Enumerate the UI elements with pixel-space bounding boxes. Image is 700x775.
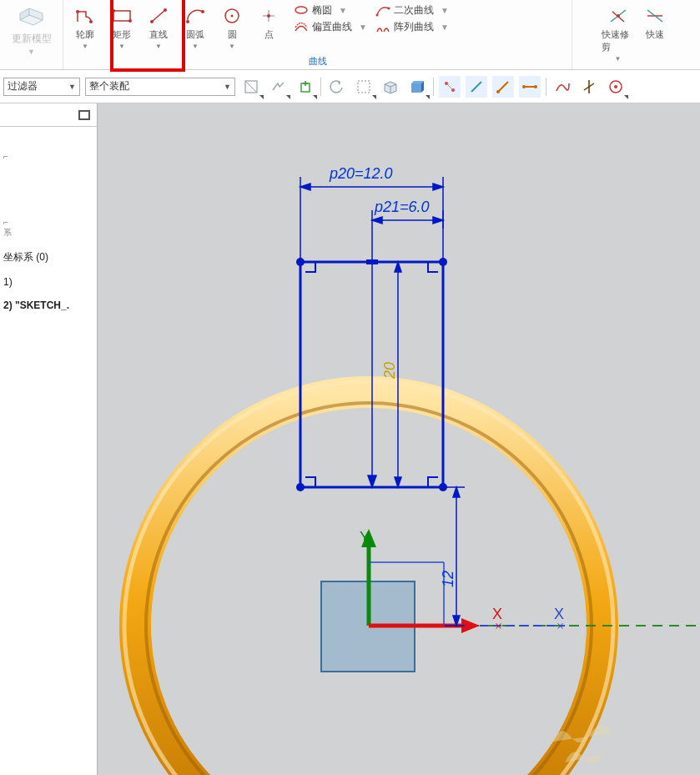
update-model-button[interactable]: 更新模型 ▼ <box>12 0 52 56</box>
svg-point-0 <box>76 10 79 13</box>
ellipse-icon <box>294 3 309 18</box>
dim-p21-text[interactable]: p21=6.0 <box>375 199 430 216</box>
tool-cube[interactable] <box>406 76 428 98</box>
circle-icon <box>219 5 244 27</box>
tool-constraint-3[interactable] <box>492 76 514 98</box>
profile-button[interactable]: 轮廓 ▼ <box>68 3 102 50</box>
tool-curve-ic[interactable] <box>551 76 573 98</box>
assembly-select[interactable]: 整个装配 ▼ <box>85 78 235 96</box>
svg-marker-70 <box>368 476 376 487</box>
svg-marker-63 <box>300 184 310 190</box>
pattern-curve-button[interactable]: 阵列曲线 ▼ <box>375 18 449 35</box>
ribbon: 更新模型 ▼ 轮廓 ▼ 矩形 ▼ <box>0 0 700 70</box>
dim-offset-text[interactable]: 12 <box>440 571 457 587</box>
svg-marker-73 <box>395 477 401 487</box>
profile-label: 轮廓 <box>76 28 94 41</box>
svg-point-15 <box>295 7 307 13</box>
tool-undo[interactable] <box>326 76 348 98</box>
tool-1[interactable] <box>240 76 262 98</box>
line-label: 直线 <box>149 28 168 41</box>
tool-2[interactable] <box>267 76 289 98</box>
y-axis-label: Y <box>360 529 370 546</box>
svg-point-6 <box>150 20 154 23</box>
tool-add[interactable] <box>294 76 315 98</box>
ellipse-button[interactable]: 椭圆 ▼ <box>294 2 367 18</box>
arc-label: 圆弧 <box>186 28 204 41</box>
tool-constraint-1[interactable] <box>439 76 461 98</box>
svg-point-1 <box>89 20 93 23</box>
dim-height-text[interactable]: 20 <box>381 362 399 379</box>
svg-point-35 <box>496 90 500 93</box>
quick-more-button[interactable]: 快速 <box>638 3 672 41</box>
svg-point-14 <box>267 14 270 18</box>
nav-item-2[interactable]: 2) "SKETCH_. <box>3 299 93 311</box>
svg-point-3 <box>112 9 115 13</box>
pattern-curve-icon <box>375 19 390 34</box>
quick-trim-button[interactable]: 快速修剪 ▼ <box>602 3 635 63</box>
quick-more-icon <box>642 5 667 27</box>
tool-box[interactable] <box>380 76 401 98</box>
svg-point-9 <box>201 10 204 13</box>
point-icon <box>256 5 281 27</box>
nav-item-1[interactable]: 1) <box>3 276 93 288</box>
filter-select[interactable]: 过滤器 ▼ <box>3 78 80 96</box>
filter-select-label: 过滤器 <box>8 79 38 93</box>
arc-button[interactable]: 圆弧 ▼ <box>179 3 212 50</box>
tool-target-ic[interactable] <box>605 76 627 98</box>
svg-point-8 <box>186 20 189 23</box>
dim-p20-text[interactable]: p20=12.0 <box>330 165 393 183</box>
graphics-canvas[interactable]: × × <box>98 103 700 775</box>
svg-marker-69 <box>433 217 443 224</box>
svg-point-20 <box>617 14 620 18</box>
svg-rect-2 <box>113 11 130 21</box>
secondary-toolbar: 过滤器 ▼ 整个装配 ▼ <box>0 70 700 103</box>
tool-select-rect[interactable] <box>353 76 375 98</box>
window-icon[interactable] <box>78 110 90 120</box>
svg-line-32 <box>446 83 453 90</box>
point-button[interactable]: 点 <box>252 3 285 41</box>
svg-marker-77 <box>453 487 460 497</box>
svg-point-57 <box>296 483 305 491</box>
circle-button[interactable]: 圆 ▼ <box>215 3 249 50</box>
nav-coord[interactable]: 坐标系 (0) <box>3 250 93 264</box>
dimension-p21[interactable] <box>368 210 443 487</box>
pattern-curve-label: 阵列曲线 <box>394 20 434 34</box>
conic-button[interactable]: 二次曲线 ▼ <box>375 2 449 18</box>
svg-point-7 <box>164 8 167 12</box>
svg-point-11 <box>231 15 234 18</box>
line-button[interactable]: 直线 ▼ <box>142 3 175 50</box>
navigator-header <box>0 103 97 127</box>
tool-axis-ic[interactable] <box>578 76 600 98</box>
svg-line-34 <box>498 82 508 92</box>
svg-point-38 <box>534 85 537 88</box>
nav-placeholder-1[interactable]: ⌐ <box>3 152 93 161</box>
svg-marker-64 <box>433 184 443 190</box>
tool-constraint-4[interactable] <box>519 76 541 98</box>
profile-icon <box>73 5 98 27</box>
quick-trim-icon <box>606 5 631 27</box>
svg-point-16 <box>375 14 378 17</box>
quick-trim-label: 快速修剪 <box>602 28 635 53</box>
point-label: 点 <box>264 28 274 41</box>
x-axis-label-2: X <box>554 606 564 623</box>
rectangle-button[interactable]: 矩形 ▼ <box>105 3 138 50</box>
svg-point-4 <box>128 19 132 23</box>
update-model-icon <box>17 2 47 30</box>
circle-label: 圆 <box>228 28 237 41</box>
work-area: ⌐ ⌐系 坐标系 (0) 1) 2) "SKETCH_. <box>0 103 700 775</box>
conic-label: 二次曲线 <box>394 3 434 18</box>
tool-constraint-2[interactable] <box>466 76 487 98</box>
ribbon-group-curves: 轮廓 ▼ 矩形 ▼ 直线 ▼ 圆弧 <box>63 0 572 69</box>
svg-point-17 <box>387 8 390 10</box>
svg-point-37 <box>522 85 526 88</box>
line-icon <box>146 5 171 27</box>
ribbon-group-update: 更新模型 ▼ <box>0 0 63 69</box>
conic-icon <box>375 3 390 18</box>
svg-point-42 <box>614 85 617 88</box>
dimension-offset[interactable] <box>445 487 465 626</box>
ellipse-label: 椭圆 <box>312 3 332 18</box>
offset-curve-button[interactable]: 偏置曲线 ▼ <box>294 18 367 35</box>
nav-placeholder-2[interactable]: ⌐系 <box>3 218 93 239</box>
assembly-select-label: 整个装配 <box>89 79 129 93</box>
svg-line-24 <box>245 81 257 93</box>
